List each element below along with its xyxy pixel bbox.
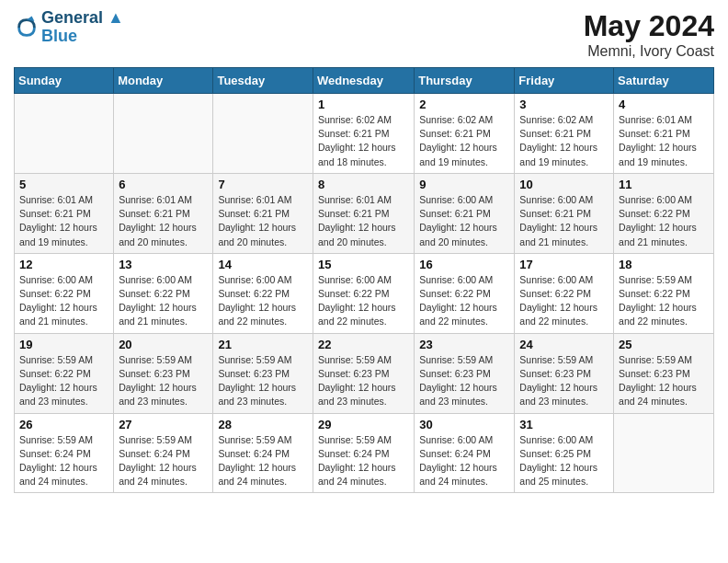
calendar-cell: 31Sunrise: 6:00 AMSunset: 6:25 PMDayligh… <box>515 413 614 493</box>
calendar-cell: 5Sunrise: 6:01 AMSunset: 6:21 PMDaylight… <box>15 173 114 253</box>
day-number: 1 <box>318 98 409 111</box>
calendar-cell: 17Sunrise: 6:00 AMSunset: 6:22 PMDayligh… <box>515 253 614 333</box>
day-info: Sunrise: 5:59 AMSunset: 6:23 PMDaylight:… <box>318 353 409 409</box>
day-number: 4 <box>619 98 709 111</box>
day-number: 11 <box>619 178 709 191</box>
calendar-cell: 2Sunrise: 6:02 AMSunset: 6:21 PMDaylight… <box>415 94 515 174</box>
day-info: Sunrise: 6:02 AMSunset: 6:21 PMDaylight:… <box>419 113 509 169</box>
day-number: 10 <box>519 178 609 191</box>
day-number: 5 <box>19 178 108 191</box>
day-number: 24 <box>519 338 609 351</box>
day-info: Sunrise: 5:59 AMSunset: 6:24 PMDaylight:… <box>218 433 308 489</box>
calendar-table: SundayMondayTuesdayWednesdayThursdayFrid… <box>14 67 714 493</box>
calendar-week-row: 1Sunrise: 6:02 AMSunset: 6:21 PMDaylight… <box>15 94 714 174</box>
day-number: 15 <box>318 258 409 271</box>
calendar-body: 1Sunrise: 6:02 AMSunset: 6:21 PMDaylight… <box>15 94 714 493</box>
day-number: 22 <box>318 338 409 351</box>
day-number: 9 <box>419 178 509 191</box>
day-number: 7 <box>218 178 308 191</box>
calendar-week-row: 12Sunrise: 6:00 AMSunset: 6:22 PMDayligh… <box>15 253 714 333</box>
calendar-cell: 29Sunrise: 5:59 AMSunset: 6:24 PMDayligh… <box>313 413 414 493</box>
day-number: 13 <box>119 258 208 271</box>
day-info: Sunrise: 5:59 AMSunset: 6:24 PMDaylight:… <box>318 433 409 489</box>
calendar-container: General ▲ Blue May 2024 Memni, Ivory Coa… <box>0 0 728 502</box>
calendar-cell: 1Sunrise: 6:02 AMSunset: 6:21 PMDaylight… <box>313 94 414 174</box>
calendar-cell <box>614 413 714 493</box>
weekday-header: Friday <box>515 68 614 94</box>
day-number: 17 <box>519 258 609 271</box>
day-info: Sunrise: 5:59 AMSunset: 6:23 PMDaylight:… <box>218 353 308 409</box>
month-title: May 2024 <box>584 9 714 43</box>
calendar-cell: 11Sunrise: 6:00 AMSunset: 6:22 PMDayligh… <box>614 173 714 253</box>
calendar-week-row: 19Sunrise: 5:59 AMSunset: 6:22 PMDayligh… <box>15 333 714 413</box>
calendar-cell <box>213 94 313 174</box>
calendar-cell: 26Sunrise: 5:59 AMSunset: 6:24 PMDayligh… <box>15 413 114 493</box>
day-info: Sunrise: 6:01 AMSunset: 6:21 PMDaylight:… <box>619 113 709 169</box>
day-number: 29 <box>318 418 409 431</box>
calendar-cell: 19Sunrise: 5:59 AMSunset: 6:22 PMDayligh… <box>15 333 114 413</box>
day-number: 3 <box>519 98 609 111</box>
day-info: Sunrise: 5:59 AMSunset: 6:23 PMDaylight:… <box>419 353 509 409</box>
day-info: Sunrise: 6:00 AMSunset: 6:22 PMDaylight:… <box>318 273 409 329</box>
day-info: Sunrise: 5:59 AMSunset: 6:22 PMDaylight:… <box>19 353 108 409</box>
day-info: Sunrise: 5:59 AMSunset: 6:23 PMDaylight:… <box>519 353 609 409</box>
day-info: Sunrise: 6:00 AMSunset: 6:22 PMDaylight:… <box>218 273 308 329</box>
calendar-cell: 12Sunrise: 6:00 AMSunset: 6:22 PMDayligh… <box>15 253 114 333</box>
day-info: Sunrise: 5:59 AMSunset: 6:24 PMDaylight:… <box>19 433 108 489</box>
day-number: 30 <box>419 418 509 431</box>
weekday-header: Sunday <box>15 68 114 94</box>
day-number: 12 <box>19 258 108 271</box>
calendar-cell: 21Sunrise: 5:59 AMSunset: 6:23 PMDayligh… <box>213 333 313 413</box>
day-info: Sunrise: 5:59 AMSunset: 6:23 PMDaylight:… <box>119 353 208 409</box>
calendar-cell: 28Sunrise: 5:59 AMSunset: 6:24 PMDayligh… <box>213 413 313 493</box>
day-info: Sunrise: 6:00 AMSunset: 6:22 PMDaylight:… <box>419 273 509 329</box>
weekday-row: SundayMondayTuesdayWednesdayThursdayFrid… <box>15 68 714 94</box>
calendar-cell: 18Sunrise: 5:59 AMSunset: 6:22 PMDayligh… <box>614 253 714 333</box>
calendar-cell: 30Sunrise: 6:00 AMSunset: 6:24 PMDayligh… <box>415 413 515 493</box>
day-number: 28 <box>218 418 308 431</box>
day-number: 14 <box>218 258 308 271</box>
calendar-cell: 13Sunrise: 6:00 AMSunset: 6:22 PMDayligh… <box>114 253 213 333</box>
day-info: Sunrise: 6:01 AMSunset: 6:21 PMDaylight:… <box>218 193 308 249</box>
calendar-cell: 25Sunrise: 5:59 AMSunset: 6:23 PMDayligh… <box>614 333 714 413</box>
logo-text: General ▲ Blue <box>41 9 124 46</box>
calendar-cell <box>114 94 213 174</box>
day-info: Sunrise: 5:59 AMSunset: 6:22 PMDaylight:… <box>619 273 709 329</box>
weekday-header: Saturday <box>614 68 714 94</box>
calendar-cell: 6Sunrise: 6:01 AMSunset: 6:21 PMDaylight… <box>114 173 213 253</box>
day-info: Sunrise: 6:02 AMSunset: 6:21 PMDaylight:… <box>318 113 409 169</box>
day-number: 25 <box>619 338 709 351</box>
calendar-cell: 3Sunrise: 6:02 AMSunset: 6:21 PMDaylight… <box>515 94 614 174</box>
header: General ▲ Blue May 2024 Memni, Ivory Coa… <box>14 9 714 60</box>
day-number: 23 <box>419 338 509 351</box>
day-info: Sunrise: 6:00 AMSunset: 6:21 PMDaylight:… <box>419 193 509 249</box>
day-number: 18 <box>619 258 709 271</box>
calendar-week-row: 26Sunrise: 5:59 AMSunset: 6:24 PMDayligh… <box>15 413 714 493</box>
day-number: 27 <box>119 418 208 431</box>
calendar-week-row: 5Sunrise: 6:01 AMSunset: 6:21 PMDaylight… <box>15 173 714 253</box>
logo-icon <box>14 15 40 40</box>
calendar-cell: 4Sunrise: 6:01 AMSunset: 6:21 PMDaylight… <box>614 94 714 174</box>
day-number: 21 <box>218 338 308 351</box>
calendar-cell: 27Sunrise: 5:59 AMSunset: 6:24 PMDayligh… <box>114 413 213 493</box>
title-block: May 2024 Memni, Ivory Coast <box>584 9 714 60</box>
calendar-cell: 22Sunrise: 5:59 AMSunset: 6:23 PMDayligh… <box>313 333 414 413</box>
calendar-cell: 14Sunrise: 6:00 AMSunset: 6:22 PMDayligh… <box>213 253 313 333</box>
day-info: Sunrise: 6:00 AMSunset: 6:22 PMDaylight:… <box>619 193 709 249</box>
day-number: 16 <box>419 258 509 271</box>
day-info: Sunrise: 6:00 AMSunset: 6:22 PMDaylight:… <box>119 273 208 329</box>
calendar-cell: 8Sunrise: 6:01 AMSunset: 6:21 PMDaylight… <box>313 173 414 253</box>
day-info: Sunrise: 6:00 AMSunset: 6:25 PMDaylight:… <box>519 433 609 489</box>
calendar-cell: 10Sunrise: 6:00 AMSunset: 6:21 PMDayligh… <box>515 173 614 253</box>
day-info: Sunrise: 6:02 AMSunset: 6:21 PMDaylight:… <box>519 113 609 169</box>
day-info: Sunrise: 5:59 AMSunset: 6:23 PMDaylight:… <box>619 353 709 409</box>
calendar-cell: 9Sunrise: 6:00 AMSunset: 6:21 PMDaylight… <box>415 173 515 253</box>
calendar-cell: 20Sunrise: 5:59 AMSunset: 6:23 PMDayligh… <box>114 333 213 413</box>
day-number: 31 <box>519 418 609 431</box>
day-info: Sunrise: 6:00 AMSunset: 6:21 PMDaylight:… <box>519 193 609 249</box>
day-info: Sunrise: 6:00 AMSunset: 6:22 PMDaylight:… <box>19 273 108 329</box>
day-info: Sunrise: 6:01 AMSunset: 6:21 PMDaylight:… <box>318 193 409 249</box>
day-number: 26 <box>19 418 108 431</box>
logo: General ▲ Blue <box>14 9 124 46</box>
calendar-cell: 7Sunrise: 6:01 AMSunset: 6:21 PMDaylight… <box>213 173 313 253</box>
